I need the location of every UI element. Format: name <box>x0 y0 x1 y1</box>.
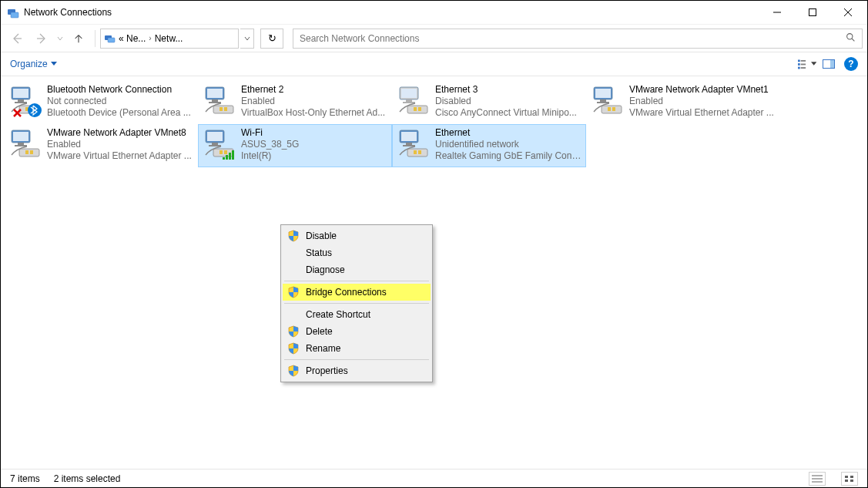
crumb-1[interactable]: « Ne... <box>119 33 146 44</box>
menu-item-label: Rename <box>306 343 340 354</box>
connection-item[interactable]: Ethernet 3 Disabled Cisco AnyConnect Vir… <box>392 81 586 124</box>
svg-rect-35 <box>220 107 223 111</box>
network-adapter-icon <box>397 127 431 161</box>
search-icon[interactable] <box>846 32 856 45</box>
chevron-right-icon[interactable]: › <box>148 34 152 42</box>
svg-rect-9 <box>108 38 115 42</box>
svg-rect-80 <box>850 476 853 478</box>
svg-rect-71 <box>406 143 412 145</box>
connection-item[interactable]: Ethernet Unidentified network Realtek Ga… <box>392 124 586 167</box>
svg-rect-17 <box>801 67 806 69</box>
svg-rect-3 <box>809 9 816 16</box>
svg-rect-16 <box>798 67 800 69</box>
connection-device: VMware Virtual Ethernet Adapter ... <box>47 150 193 162</box>
svg-rect-23 <box>15 102 27 103</box>
network-adapter-icon <box>203 84 236 118</box>
menu-item[interactable]: Properties <box>283 362 431 379</box>
maximize-button[interactable] <box>795 1 830 24</box>
search-input[interactable] <box>300 33 846 44</box>
svg-rect-54 <box>15 145 27 146</box>
connection-name: VMware Network Adapter VMnet1 <box>629 84 776 96</box>
shield-icon <box>287 230 300 242</box>
minimize-button[interactable] <box>759 1 795 24</box>
svg-rect-63 <box>220 150 223 154</box>
nav-forward-button[interactable] <box>30 28 53 49</box>
svg-rect-38 <box>401 89 417 98</box>
connection-item[interactable]: Wi-Fi ASUS_38_5G Intel(R) <box>198 124 392 167</box>
connection-text: Ethernet 2 Enabled VirtualBox Host-Only … <box>241 84 387 119</box>
organize-button[interactable]: Organize <box>10 59 57 69</box>
connection-name: Bluetooth Network Connection <box>47 84 193 96</box>
address-bar[interactable]: « Ne... › Netw... <box>100 29 239 49</box>
menu-item[interactable]: Diagnose <box>283 261 431 278</box>
menu-separator <box>284 281 429 281</box>
network-adapter-icon <box>203 127 236 161</box>
svg-rect-1 <box>11 12 18 18</box>
refresh-button[interactable]: ↻ <box>260 29 283 49</box>
view-options-button[interactable] <box>798 55 816 73</box>
crumb-2[interactable]: Netw... <box>155 33 183 44</box>
network-adapter-icon <box>591 84 625 118</box>
connection-text: Bluetooth Network Connection Not connect… <box>47 84 193 119</box>
menu-item[interactable]: Delete <box>283 323 431 340</box>
svg-rect-21 <box>13 89 28 98</box>
svg-rect-41 <box>407 106 427 113</box>
svg-rect-59 <box>207 132 223 141</box>
connection-device: Bluetooth Device (Personal Area ... <box>47 107 193 119</box>
window-title: Network Connections <box>24 7 112 18</box>
window: Network Connections « Ne... <box>0 0 868 488</box>
svg-rect-48 <box>602 106 622 113</box>
menu-item[interactable]: Rename <box>283 340 431 357</box>
svg-rect-39 <box>406 99 412 102</box>
network-adapter-icon <box>397 84 431 118</box>
details-view-button[interactable] <box>809 472 826 486</box>
svg-rect-52 <box>13 132 28 141</box>
svg-rect-66 <box>226 155 228 160</box>
nav-back-button[interactable] <box>5 28 28 49</box>
connection-text: Ethernet Unidentified network Realtek Ga… <box>435 127 581 162</box>
svg-rect-73 <box>407 149 427 156</box>
connection-status: ASUS_38_5G <box>241 139 387 150</box>
connection-item[interactable]: VMware Network Adapter VMnet8 Enabled VM… <box>4 124 198 167</box>
svg-rect-33 <box>209 102 221 103</box>
svg-rect-14 <box>798 63 800 66</box>
large-icons-view-button[interactable] <box>841 472 858 486</box>
nav-up-button[interactable] <box>67 28 90 49</box>
svg-rect-46 <box>600 99 606 102</box>
nav-recent-dropdown[interactable] <box>55 28 65 49</box>
preview-pane-button[interactable] <box>819 55 838 73</box>
connection-item[interactable]: Ethernet 2 Enabled VirtualBox Host-Only … <box>198 81 392 124</box>
menu-item-label: Properties <box>306 365 348 376</box>
svg-rect-45 <box>595 89 611 98</box>
svg-rect-40 <box>403 102 415 103</box>
svg-rect-81 <box>845 480 848 482</box>
menu-item[interactable]: Create Shortcut <box>283 306 431 323</box>
shield-icon <box>287 286 300 298</box>
connection-item[interactable]: Bluetooth Network Connection Not connect… <box>4 81 198 124</box>
search-box[interactable] <box>293 29 863 49</box>
menu-item-label: Bridge Connections <box>306 287 387 298</box>
connection-item[interactable]: VMware Network Adapter VMnet1 Enabled VM… <box>586 81 780 124</box>
content-area[interactable]: Bluetooth Network Connection Not connect… <box>1 76 867 469</box>
svg-rect-22 <box>18 99 24 102</box>
svg-rect-36 <box>224 107 227 111</box>
menu-separator <box>284 303 429 304</box>
svg-rect-68 <box>232 150 234 160</box>
close-button[interactable] <box>830 1 866 24</box>
menu-item[interactable]: Disable <box>283 227 431 244</box>
svg-rect-43 <box>418 107 421 111</box>
connection-text: Wi-Fi ASUS_38_5G Intel(R) <box>241 127 387 162</box>
organize-label: Organize <box>10 59 48 69</box>
menu-item-label: Create Shortcut <box>306 309 370 320</box>
status-selected-count: 2 items selected <box>54 473 121 484</box>
address-dropdown[interactable] <box>240 29 254 49</box>
help-button[interactable]: ? <box>844 57 858 71</box>
menu-item-label: Diagnose <box>306 264 345 275</box>
svg-rect-61 <box>209 145 221 146</box>
toolbar: Organize ? <box>1 52 867 76</box>
svg-rect-15 <box>801 64 806 66</box>
menu-item[interactable]: Bridge Connections <box>283 284 431 301</box>
connection-status: Not connected <box>47 96 193 107</box>
menu-item[interactable]: Status <box>283 244 431 261</box>
connection-status: Enabled <box>241 96 387 107</box>
